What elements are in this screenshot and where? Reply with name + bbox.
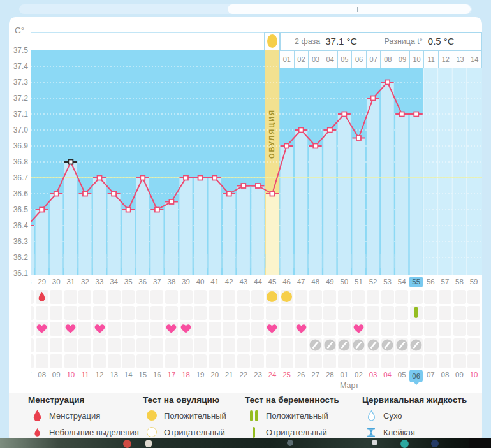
heart-icon[interactable] [293,321,309,336]
day-entry-cell[interactable] [295,354,307,368]
day-entry-cell[interactable] [424,338,437,352]
day-entry-cell[interactable] [108,338,121,352]
day-entry-cell[interactable] [251,290,264,304]
day-entry-cell[interactable] [194,322,207,336]
day-entry-cell[interactable] [309,354,322,368]
day-entry-cell[interactable] [439,354,451,368]
day-entry-cell[interactable] [424,290,437,304]
day-entry-cell[interactable] [50,322,62,336]
day-entry-cell[interactable] [209,338,221,352]
day-entry-cell[interactable] [439,322,451,336]
day-entry-cell[interactable] [31,306,34,320]
day-entry-cell[interactable] [467,338,480,352]
heart-icon[interactable] [265,321,280,336]
day-entry-cell[interactable] [78,354,91,368]
day-entry-cell[interactable] [338,322,351,336]
day-entry-cell[interactable] [237,338,250,352]
day-entry-cell[interactable] [367,290,379,304]
day-entry-cell[interactable] [194,306,207,320]
crossed-circle-icon[interactable] [308,337,323,352]
day-entry-cell[interactable] [281,354,293,368]
day-entry-cell[interactable] [122,338,135,352]
day-entry-cell[interactable] [237,290,250,304]
day-entry-cell[interactable] [180,290,193,304]
day-entry-cell[interactable] [381,322,394,336]
temperature-chart[interactable] [31,32,482,275]
heart-icon[interactable] [34,321,50,336]
day-entry-cell[interactable] [237,306,250,320]
day-entry-cell[interactable] [180,338,193,352]
crossed-circle-icon[interactable] [322,337,337,352]
pregnancy-test-negative-icon[interactable] [409,305,424,320]
day-entry-cell[interactable] [439,306,451,320]
day-entry-cell[interactable] [93,354,106,368]
day-entry-cell[interactable] [223,322,235,336]
day-entry-cell[interactable] [266,354,279,368]
day-entry-cell[interactable] [50,354,62,368]
day-entry-cell[interactable] [367,306,379,320]
day-entry-cell[interactable] [395,354,408,368]
day-entry-cell[interactable] [108,290,121,304]
day-entry-cell[interactable] [424,306,437,320]
day-entry-cell[interactable] [323,322,336,336]
ovulation-test-positive-icon[interactable] [265,289,280,304]
day-entry-cell[interactable] [64,354,77,368]
day-entry-cell[interactable] [122,306,135,320]
day-entry-cell[interactable] [295,338,307,352]
day-entry-cell[interactable] [64,306,77,320]
day-entry-cell[interactable] [31,354,34,368]
day-entry-cell[interactable] [352,354,365,368]
day-entry-cell[interactable] [251,322,264,336]
day-entry-cell[interactable] [31,338,34,352]
day-entry-cell[interactable] [309,322,322,336]
day-entry-cell[interactable] [150,338,163,352]
day-entry-cell[interactable] [194,290,207,304]
day-entry-cell[interactable] [395,322,408,336]
day-entry-cell[interactable] [194,338,207,352]
day-entry-cell[interactable] [36,354,48,368]
day-entry-cell[interactable] [50,306,62,320]
day-entry-cell[interactable] [165,354,178,368]
day-entry-cell[interactable] [352,306,365,320]
day-entry-cell[interactable] [439,338,451,352]
menstruation-drop-icon[interactable] [34,289,50,304]
day-entry-cell[interactable] [93,290,106,304]
day-entry-cell[interactable] [180,354,193,368]
day-entry-cell[interactable] [266,306,279,320]
day-entry-cell[interactable] [367,354,379,368]
day-entry-cell[interactable] [165,290,178,304]
day-entry-cell[interactable] [467,306,480,320]
day-entry-cell[interactable] [136,354,149,368]
day-entry-cell[interactable] [108,354,121,368]
day-entry-cell[interactable] [410,290,423,304]
heart-icon[interactable] [351,321,366,336]
day-entry-cell[interactable] [251,306,264,320]
day-entry-cell[interactable] [108,322,121,336]
day-entry-cell[interactable] [209,322,221,336]
heart-icon[interactable] [63,321,78,336]
day-entry-cell[interactable] [453,354,466,368]
day-entry-cell[interactable] [223,306,235,320]
day-entry-cell[interactable] [122,322,135,336]
day-entry-cell[interactable] [150,354,163,368]
day-entry-cell[interactable] [78,306,91,320]
day-entry-cell[interactable] [251,338,264,352]
day-entry-cell[interactable] [194,354,207,368]
day-entry-cell[interactable] [223,290,235,304]
crossed-circle-icon[interactable] [409,337,424,352]
horizontal-scrollbar-thumb[interactable] [228,4,471,14]
day-entry-cell[interactable] [251,354,264,368]
day-entry-cell[interactable] [281,306,293,320]
day-entry-cell[interactable] [453,338,466,352]
day-entry-cell[interactable] [50,290,62,304]
day-entry-cell[interactable] [31,322,34,336]
day-entry-cell[interactable] [395,290,408,304]
day-entry-cell[interactable] [295,306,307,320]
day-entry-cell[interactable] [323,306,336,320]
day-entry-cell[interactable] [309,290,322,304]
day-entry-cell[interactable] [209,290,221,304]
heart-icon[interactable] [164,321,179,336]
crossed-circle-icon[interactable] [394,337,409,352]
day-entry-cell[interactable] [266,338,279,352]
day-entry-cell[interactable] [467,322,480,336]
